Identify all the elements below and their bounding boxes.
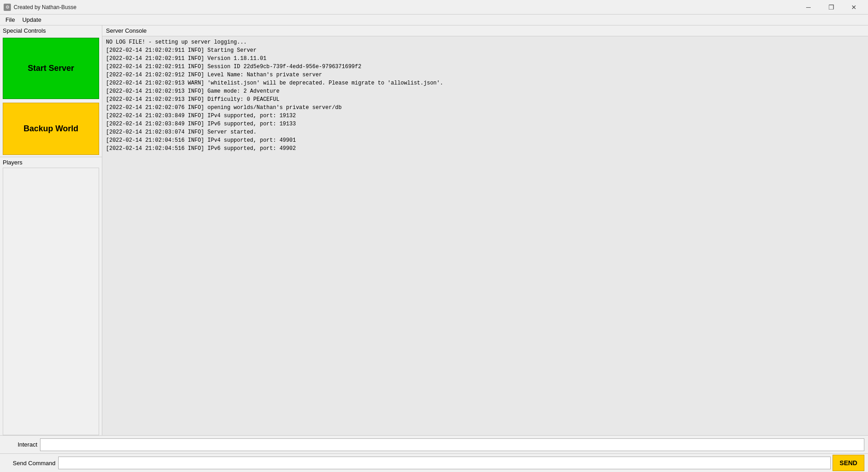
close-button[interactable]: ✕ — [843, 0, 864, 15]
server-console-header: Server Console — [102, 25, 868, 36]
menu-update[interactable]: Update — [19, 15, 45, 24]
interact-input[interactable] — [40, 438, 864, 451]
restore-button[interactable]: ❐ — [821, 0, 842, 15]
menu-bar: File Update — [0, 15, 868, 25]
menu-file[interactable]: File — [2, 15, 19, 24]
send-command-input[interactable] — [58, 457, 831, 469]
title-bar-controls: ─ ❐ ✕ — [798, 0, 864, 15]
backup-world-button[interactable]: Backup World — [3, 103, 99, 155]
send-command-label: Send Command — [4, 460, 58, 467]
send-command-row: Send Command SEND — [0, 454, 868, 472]
left-panel: Special Controls Start Server Backup Wor… — [0, 25, 102, 435]
players-header: Players — [0, 157, 102, 168]
bottom-bar: Interact Send Command SEND — [0, 435, 868, 472]
minimize-button[interactable]: ─ — [798, 0, 819, 15]
title-bar: ⚙ Created by Nathan-Busse ─ ❐ ✕ — [0, 0, 868, 15]
main-content: Special Controls Start Server Backup Wor… — [0, 25, 868, 435]
special-controls-header: Special Controls — [0, 25, 102, 36]
title-bar-text: Created by Nathan-Busse — [14, 4, 76, 10]
app-icon: ⚙ — [4, 4, 11, 11]
title-bar-left: ⚙ Created by Nathan-Busse — [4, 4, 76, 11]
start-server-button[interactable]: Start Server — [3, 38, 99, 99]
interact-label: Interact — [4, 441, 40, 448]
right-panel: Server Console NO LOG FILE! - setting up… — [102, 25, 868, 435]
players-list — [3, 168, 99, 435]
interact-row: Interact — [0, 436, 868, 454]
send-button[interactable]: SEND — [833, 455, 864, 471]
console-output: NO LOG FILE! - setting up server logging… — [102, 36, 868, 435]
